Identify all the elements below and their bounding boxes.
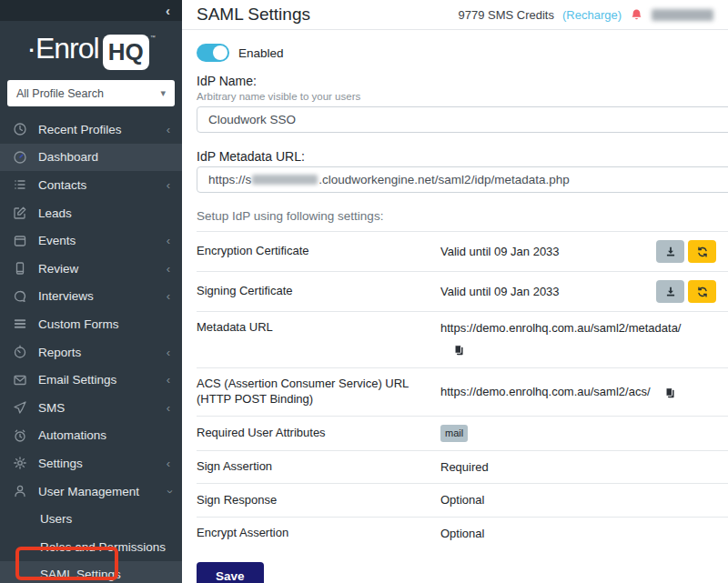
refresh-icon	[696, 246, 709, 258]
sidebar-item-reports[interactable]: Reports ‹	[0, 338, 182, 367]
row-value: Optional	[440, 526, 484, 542]
person-icon	[13, 484, 27, 498]
sidebar-subitem-saml-settings[interactable]: SAML Settings	[0, 561, 182, 583]
logo: ·Enrol HQ ™	[0, 21, 182, 77]
sidebar-item-label: Contacts	[38, 178, 86, 192]
save-button[interactable]: Save	[197, 562, 264, 583]
user-name-redacted[interactable]	[652, 9, 713, 21]
sidebar-item-email-settings[interactable]: Email Settings ‹	[0, 366, 182, 394]
row-label: Encrypt Assertion	[197, 526, 440, 541]
refresh-icon	[696, 286, 709, 298]
row-value: Required	[440, 459, 489, 476]
sidebar-item-user-management[interactable]: User Management ‹	[0, 477, 182, 506]
sidebar-item-custom-forms[interactable]: Custom Forms	[0, 310, 182, 338]
chevron-left-icon: ‹	[167, 374, 170, 386]
url-redacted-segment	[252, 175, 318, 185]
book-icon	[13, 261, 27, 276]
sidebar: ‹ ·Enrol HQ ™ All Profile Search ▾ Recen…	[0, 0, 182, 583]
sidebar-top-bar: ‹	[0, 0, 182, 21]
setup-idp-heading: Setup IdP using following settings:	[197, 209, 728, 231]
sidebar-item-label: Events	[38, 234, 76, 247]
recharge-link[interactable]: (Recharge)	[562, 8, 622, 22]
sidebar-subitem-label: SAML Settings	[40, 568, 121, 581]
row-metadata-url: Metadata URL https://demo.enrolhq.com.au…	[197, 311, 728, 367]
timer-icon	[13, 345, 27, 359]
sidebar-subitem-users[interactable]: Users	[0, 505, 182, 533]
row-value: https://demo.enrolhq.com.au/saml2/acs/	[440, 384, 676, 400]
chat-icon	[13, 289, 27, 304]
copy-icon	[453, 344, 465, 357]
sidebar-subitem-roles-and-permissions[interactable]: Roles and Permissions	[0, 533, 182, 561]
row-encrypt-assertion: Encrypt Assertion Optional	[197, 517, 728, 550]
profile-search-select[interactable]: All Profile Search ▾	[7, 80, 175, 106]
chevron-left-icon: ‹	[167, 263, 170, 275]
row-actions	[656, 240, 716, 263]
sidebar-subitem-label: Roles and Permissions	[40, 540, 166, 554]
copy-acs-url-button[interactable]	[664, 387, 676, 399]
sidebar-item-label: Custom Forms	[38, 317, 119, 331]
row-actions	[656, 280, 716, 303]
download-icon	[664, 286, 677, 298]
row-label: Metadata URL	[197, 320, 440, 336]
gear-icon	[13, 456, 27, 470]
sidebar-item-label: Recent Profiles	[38, 123, 122, 136]
sidebar-item-contacts[interactable]: Contacts ‹	[0, 171, 182, 199]
calendar-icon	[13, 234, 27, 248]
regenerate-certificate-button[interactable]	[688, 240, 716, 263]
sidebar-item-interviews[interactable]: Interviews ‹	[0, 283, 182, 311]
chevron-left-icon: ‹	[167, 457, 170, 469]
paper-plane-icon	[13, 400, 27, 415]
copy-metadata-url-button[interactable]	[453, 344, 681, 361]
chevron-left-icon: ‹	[167, 402, 170, 414]
sidebar-item-leads[interactable]: Leads	[0, 199, 182, 227]
sidebar-item-label: User Management	[38, 485, 139, 498]
attribute-badge: mail	[440, 425, 468, 442]
chevron-left-icon: ‹	[167, 347, 170, 358]
sidebar-nav: Recent Profiles ‹ Dashboard Contacts ‹ L…	[0, 116, 182, 583]
envelope-icon	[13, 373, 27, 387]
row-required-user-attributes: Required User Attributes mail	[197, 416, 728, 450]
sidebar-item-review[interactable]: Review ‹	[0, 255, 182, 283]
regenerate-certificate-button[interactable]	[688, 280, 716, 303]
profile-search-label: All Profile Search	[16, 87, 104, 100]
enabled-toggle-row: Enabled	[197, 44, 728, 62]
sidebar-item-label: Interviews	[38, 289, 94, 303]
url-prefix: https://s	[208, 173, 251, 186]
download-certificate-button[interactable]	[656, 280, 684, 303]
row-encryption-certificate: Encryption Certificate Valid until 09 Ja…	[197, 231, 728, 271]
sidebar-item-events[interactable]: Events ‹	[0, 226, 182, 255]
clock-icon	[13, 122, 27, 136]
sidebar-item-sms[interactable]: SMS ‹	[0, 394, 182, 422]
row-label: Encryption Certificate	[197, 244, 440, 259]
sms-credits-text: 9779 SMS Credits	[458, 8, 554, 22]
bell-icon[interactable]	[630, 8, 643, 22]
logo-badge: HQ	[103, 35, 149, 70]
logo-trademark: ™	[150, 35, 156, 40]
row-value: Optional	[440, 492, 484, 508]
idp-metadata-url-input[interactable]: https://s .cloudworkengine.net/saml2/idp…	[197, 166, 728, 193]
row-sign-assertion: Sign Assertion Required	[197, 450, 728, 484]
download-certificate-button[interactable]	[656, 240, 684, 263]
collapse-sidebar-icon[interactable]: ‹	[166, 4, 170, 17]
chevron-left-icon: ‹	[167, 179, 170, 191]
enabled-toggle[interactable]	[197, 44, 229, 62]
sidebar-item-label: Reports	[38, 346, 81, 359]
idp-name-input[interactable]	[197, 106, 728, 133]
sidebar-item-dashboard[interactable]: Dashboard	[0, 144, 182, 172]
row-sign-response: Sign Response Optional	[197, 483, 728, 517]
url-suffix: .cloudworkengine.net/saml2/idp/metadata.…	[318, 173, 569, 186]
sidebar-item-recent-profiles[interactable]: Recent Profiles ‹	[0, 116, 182, 144]
chevron-left-icon: ‹	[167, 290, 170, 302]
sidebar-item-settings[interactable]: Settings ‹	[0, 449, 182, 477]
idp-name-helper: Arbitrary name visible to your users	[197, 91, 728, 102]
sidebar-item-automations[interactable]: Automations	[0, 422, 182, 450]
copy-icon	[664, 387, 676, 399]
metadata-url-value: https://demo.enrolhq.com.au/saml2/metada…	[440, 321, 681, 335]
sidebar-item-label: SMS	[38, 401, 65, 415]
row-value: Valid until 09 Jan 2033	[440, 284, 560, 300]
contact-list-icon	[13, 177, 27, 192]
row-acs-url: ACS (Assertion Consumer Service) URL (HT…	[197, 367, 728, 416]
row-label: Sign Assertion	[197, 459, 440, 475]
saml-settings-form: Enabled IdP Name: Arbitrary name visible…	[182, 30, 728, 583]
row-signing-certificate: Signing Certificate Valid until 09 Jan 2…	[197, 271, 728, 311]
